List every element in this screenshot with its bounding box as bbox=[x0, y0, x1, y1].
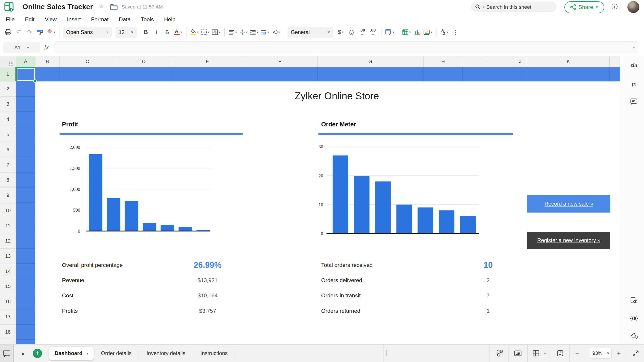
print-button[interactable] bbox=[3, 27, 13, 38]
row-header-3[interactable]: 3 bbox=[0, 97, 16, 112]
search-options-caret[interactable]: ▾ bbox=[483, 5, 484, 9]
menu-file[interactable]: File bbox=[6, 16, 15, 23]
zoom-out-button[interactable]: − bbox=[575, 350, 579, 357]
clear-format-button[interactable]: ▾ bbox=[46, 27, 56, 38]
text-rotate-button[interactable]: A ▾ bbox=[270, 27, 280, 38]
undo-button[interactable]: ↶ bbox=[14, 27, 24, 38]
row-header-9[interactable]: 9 bbox=[0, 188, 16, 203]
sort-button[interactable]: A↑ ↓Z ▾ bbox=[440, 27, 450, 38]
active-cell-selection[interactable] bbox=[16, 67, 35, 81]
row-header-10[interactable]: 10 bbox=[0, 203, 16, 218]
vertical-align-button[interactable]: ▾ bbox=[238, 27, 248, 38]
sheet-tab-inventory-details[interactable]: Inventory details bbox=[139, 348, 193, 358]
select-all-corner[interactable] bbox=[0, 56, 16, 67]
presence-button[interactable] bbox=[496, 349, 504, 357]
menu-help[interactable]: Help bbox=[164, 16, 176, 23]
decrease-decimal-button[interactable]: .00← bbox=[357, 27, 367, 38]
virtual-keyboard-button[interactable] bbox=[514, 350, 522, 356]
row-header-8[interactable]: 8 bbox=[0, 173, 16, 188]
active-tab-caret[interactable]: ▾ bbox=[86, 351, 88, 355]
row-header-11[interactable]: 11 bbox=[0, 218, 16, 233]
menu-insert[interactable]: Insert bbox=[67, 16, 81, 23]
fill-color-button[interactable]: ▾ bbox=[190, 27, 200, 38]
share-button[interactable]: Share ∨ bbox=[564, 1, 604, 13]
column-header-E[interactable]: E bbox=[172, 56, 242, 67]
text-wrap-button[interactable]: ▾ bbox=[260, 27, 270, 38]
contrast-theme-icon[interactable] bbox=[629, 313, 639, 323]
freeze-layout-button[interactable] bbox=[532, 350, 539, 356]
horizontal-align-button[interactable]: ▾ bbox=[228, 27, 238, 38]
row-header-1[interactable]: 1 bbox=[0, 67, 16, 81]
feedback-icon[interactable] bbox=[629, 331, 639, 341]
fill-handle[interactable] bbox=[33, 79, 37, 83]
font-family-select[interactable]: Open Sans∨ bbox=[63, 27, 112, 38]
number-format-select[interactable]: General∨ bbox=[288, 27, 334, 38]
row-header-2[interactable]: 2 bbox=[0, 82, 16, 97]
row-header-18[interactable]: 18 bbox=[0, 325, 16, 340]
comments-icon[interactable] bbox=[629, 97, 639, 107]
column-header-G[interactable]: G bbox=[318, 56, 424, 67]
sheet-tab-dashboard[interactable]: Dashboard▾ bbox=[49, 346, 94, 360]
row1-fill-band[interactable] bbox=[16, 67, 620, 81]
strikethrough-button[interactable]: S bbox=[162, 27, 172, 38]
cell-reference-box[interactable]: A1 ▾ bbox=[3, 42, 40, 53]
column-header-partial[interactable] bbox=[610, 56, 620, 67]
column-header-K[interactable]: K bbox=[527, 56, 609, 67]
fit-to-screen-button[interactable] bbox=[557, 350, 564, 356]
menu-format[interactable]: Format bbox=[91, 16, 108, 23]
borders-button[interactable]: ▾ bbox=[200, 27, 210, 38]
menu-view[interactable]: View bbox=[45, 16, 56, 23]
text-color-button[interactable]: A ▾ bbox=[173, 27, 183, 38]
row-header-4[interactable]: 4 bbox=[0, 112, 16, 127]
increase-decimal-button[interactable]: .00→ bbox=[368, 27, 378, 38]
column-header-A[interactable]: A bbox=[16, 56, 35, 67]
search-input[interactable] bbox=[486, 4, 544, 10]
menu-tools[interactable]: Tools bbox=[141, 16, 154, 23]
favorite-star-icon[interactable]: ★ bbox=[98, 3, 104, 10]
formula-bar-expand-caret[interactable]: ▾ bbox=[633, 46, 634, 49]
sheet-search[interactable]: ▾ bbox=[471, 2, 556, 12]
view-document-icon[interactable] bbox=[629, 295, 639, 305]
comma-format-button[interactable]: (,) bbox=[346, 27, 356, 38]
bold-button[interactable]: B bbox=[141, 27, 151, 38]
column-header-D[interactable]: D bbox=[116, 56, 172, 67]
zia-assistant-icon[interactable]: zia bbox=[629, 60, 639, 70]
column-header-C[interactable]: C bbox=[60, 56, 116, 67]
add-sheet-button[interactable]: + bbox=[33, 349, 42, 358]
column-header-H[interactable]: H bbox=[424, 56, 463, 67]
column-header-B[interactable]: B bbox=[35, 56, 60, 67]
columnA-fill-band[interactable] bbox=[16, 67, 35, 344]
row-header-7[interactable]: 7 bbox=[0, 157, 16, 173]
sheet-list-button[interactable]: ▲ bbox=[21, 351, 25, 356]
discussions-button[interactable] bbox=[0, 344, 14, 362]
user-avatar[interactable] bbox=[627, 1, 640, 13]
vertical-scrollbar[interactable] bbox=[620, 67, 624, 344]
zoom-in-button[interactable]: + bbox=[617, 350, 621, 357]
currency-format-button[interactable]: $▾ bbox=[336, 27, 346, 38]
insert-image-button[interactable]: ▾ bbox=[423, 27, 433, 38]
fullscreen-button[interactable] bbox=[632, 350, 639, 356]
info-icon[interactable]: ⓘ bbox=[612, 3, 618, 11]
row-header-6[interactable]: 6 bbox=[0, 142, 16, 157]
paint-format-button[interactable] bbox=[35, 27, 45, 38]
italic-button[interactable]: I bbox=[152, 27, 162, 38]
conditional-format-button[interactable]: ▾ bbox=[385, 27, 395, 38]
sheet-tab-order-details[interactable]: Order details bbox=[94, 348, 139, 358]
menu-data[interactable]: Data bbox=[119, 16, 130, 23]
column-header-F[interactable]: F bbox=[242, 56, 318, 67]
column-header-J[interactable]: J bbox=[514, 56, 527, 67]
redo-button[interactable]: ↷ bbox=[24, 27, 34, 38]
folder-icon[interactable] bbox=[110, 3, 118, 10]
record-new-sale-button[interactable]: Record a new sale » bbox=[527, 195, 610, 212]
formula-input[interactable] bbox=[58, 44, 632, 50]
functions-icon[interactable]: fx bbox=[629, 79, 639, 89]
row-header-5[interactable]: 5 bbox=[0, 127, 16, 142]
insert-table-button[interactable]: ▾ bbox=[402, 27, 412, 38]
row-header-partial[interactable] bbox=[0, 340, 16, 344]
insert-chart-button[interactable] bbox=[412, 27, 422, 38]
menu-edit[interactable]: Edit bbox=[25, 16, 35, 23]
freeze-layout-caret[interactable]: ▾ bbox=[544, 351, 546, 355]
more-toolbar-options-button[interactable]: ⋮ bbox=[450, 27, 460, 38]
merge-cells-button[interactable]: a ▾ bbox=[211, 27, 221, 38]
column-header-I[interactable]: I bbox=[463, 56, 514, 67]
